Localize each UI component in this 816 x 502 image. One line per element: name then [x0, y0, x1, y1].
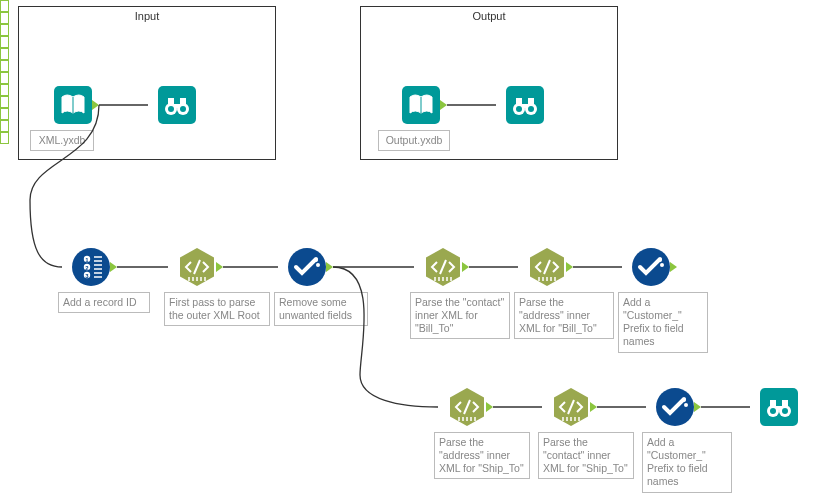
label-r2n2: Parse the "contact" inner XML for "Ship_… [538, 432, 634, 479]
port-in[interactable] [0, 24, 9, 36]
label-r2n3: Add a "Customer_" Prefix to field names [642, 432, 732, 493]
label-input-file: XML.yxdb [30, 130, 94, 151]
container-output-title: Output [361, 10, 617, 22]
label-r1n2: First pass to parse the outer XML Root [164, 292, 270, 326]
port-in[interactable] [0, 108, 9, 120]
tool-xml-parse-5[interactable] [552, 388, 590, 426]
tool-xml-parse-3[interactable] [528, 248, 566, 286]
port-out[interactable] [440, 100, 447, 110]
tool-browse-end[interactable] [760, 388, 798, 426]
port-in[interactable] [0, 12, 9, 24]
container-input-title: Input [19, 10, 275, 22]
label-r2n1: Parse the "address" inner XML for "Ship_… [434, 432, 530, 479]
port-out[interactable] [486, 402, 493, 412]
port-out[interactable] [670, 262, 677, 272]
tool-select-1[interactable] [288, 248, 326, 286]
label-output-file: Output.yxdb [378, 130, 450, 151]
port-in[interactable] [0, 96, 9, 108]
port-out[interactable] [110, 262, 117, 272]
tool-browse-output[interactable] [506, 86, 544, 124]
port-out[interactable] [216, 262, 223, 272]
tool-select-3[interactable] [656, 388, 694, 426]
tool-select-2[interactable] [632, 248, 670, 286]
port-in[interactable] [0, 72, 9, 84]
tool-input-data[interactable] [54, 86, 92, 124]
port-in[interactable] [0, 48, 9, 60]
tool-input-data-output[interactable] [402, 86, 440, 124]
port-out[interactable] [92, 100, 99, 110]
label-r1n4: Parse the "contact" inner XML for "Bill_… [410, 292, 510, 339]
port-in[interactable] [0, 132, 9, 144]
tool-xml-parse-2[interactable] [424, 248, 462, 286]
port-out[interactable] [326, 262, 333, 272]
port-in[interactable] [0, 0, 9, 12]
tool-xml-parse-1[interactable] [178, 248, 216, 286]
tool-xml-parse-4[interactable] [448, 388, 486, 426]
port-out[interactable] [694, 402, 701, 412]
port-in[interactable] [0, 120, 9, 132]
port-out[interactable] [462, 262, 469, 272]
port-in[interactable] [0, 60, 9, 72]
port-in[interactable] [0, 36, 9, 48]
label-r1n6: Add a "Customer_" Prefix to field names [618, 292, 708, 353]
port-out[interactable] [566, 262, 573, 272]
tool-browse-input[interactable] [158, 86, 196, 124]
label-r1n3: Remove some unwanted fields [274, 292, 368, 326]
label-r1n1: Add a record ID [58, 292, 150, 313]
label-r1n5: Parse the "address" inner XML for "Bill_… [514, 292, 614, 339]
port-out[interactable] [590, 402, 597, 412]
port-in[interactable] [0, 84, 9, 96]
tool-record-id[interactable] [72, 248, 110, 286]
